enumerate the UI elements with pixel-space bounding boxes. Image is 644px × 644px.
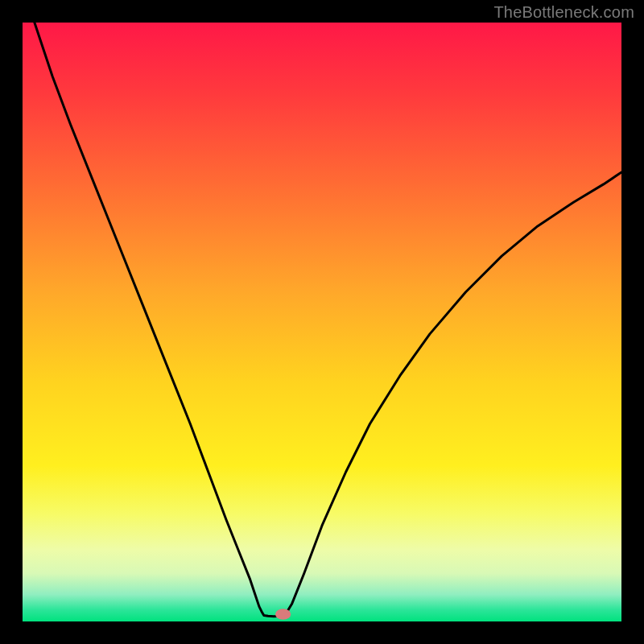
watermark-text: TheBottleneck.com [493,3,634,22]
bottleneck-curve-chart [23,23,621,621]
optimum-marker [275,609,291,619]
gradient-background [23,23,621,621]
plot-area [23,23,621,621]
chart-frame: TheBottleneck.com [0,0,644,644]
